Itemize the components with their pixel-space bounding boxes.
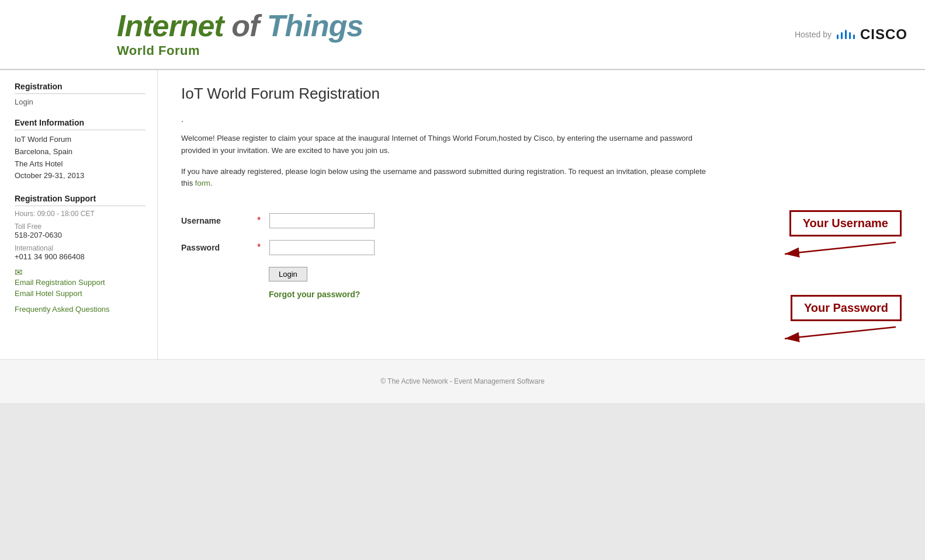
sidebar-registration-title: Registration [15,82,145,94]
logo-internet-text: Internet [117,9,224,43]
username-arrow-svg [773,236,902,260]
sidebar-event-line-1: IoT World Forum [15,134,145,146]
sidebar-email-hotel-link[interactable]: Email Hotel Support [15,289,145,298]
username-annotation: Your Username [715,210,902,260]
cisco-text: CISCO [860,26,907,43]
password-label: Password [181,243,251,252]
annotation-section: Your Username Your Password [715,207,902,345]
forgot-password-link[interactable]: Forgot your password? [269,290,715,299]
sidebar-event-line-2: Barcelona, Spain [15,146,145,158]
password-required-star: * [257,242,261,253]
username-required-star: * [257,215,261,226]
sidebar-login-link[interactable]: Login [15,98,145,106]
logo-title: Internet of Things [117,11,363,41]
svg-line-1 [785,242,896,254]
email-icon: ✉ [15,267,22,278]
sidebar-support-section: Registration Support Hours: 09:00 - 18:0… [15,194,145,314]
logo-area: Internet of Things World Forum [117,11,363,58]
sidebar-toll-free-number: 518-207-0630 [15,231,145,239]
login-button[interactable]: Login [269,267,307,281]
username-row: Username * [181,213,715,228]
sidebar-event-title: Event Information [15,118,145,130]
sidebar-email-reg-link[interactable]: Email Registration Support [15,278,145,287]
already-text-main: If you have already registered, please l… [181,167,706,188]
sidebar-toll-free-label: Toll Free [15,222,145,231]
footer-text: © The Active Network - Event Management … [380,377,545,385]
content-dot: . [181,114,902,124]
password-annotation-label: Your Password [791,295,902,321]
password-arrow-svg [773,321,902,345]
page-title: IoT World Forum Registration [181,85,902,103]
form-link[interactable]: form [195,179,210,187]
sidebar: Registration Login Event Information IoT… [0,70,158,359]
logo-subtitle: World Forum [117,43,363,58]
sidebar-hours: Hours: 09:00 - 18:00 CET [15,210,145,218]
hosted-by-area: Hosted by CISCO [795,26,907,43]
svg-line-3 [785,327,896,339]
cisco-logo: CISCO [836,26,907,43]
form-link-suffix: . [210,179,213,187]
sidebar-intl-label: International [15,244,145,252]
username-annotation-label: Your Username [789,210,902,236]
content-area: IoT World Forum Registration . Welcome! … [158,70,925,359]
already-text: If you have already registered, please l… [181,166,707,190]
sidebar-event-line-3: The Arts Hotel [15,158,145,171]
sidebar-email-section: ✉ Email Registration Support Email Hotel… [15,267,145,298]
sidebar-intl-number: +011 34 900 866408 [15,252,145,261]
sidebar-faq-link[interactable]: Frequently Asked Questions [15,305,145,314]
password-annotation: Your Password [715,295,902,345]
sidebar-support-title: Registration Support [15,194,145,206]
sidebar-event-info: IoT World Forum Barcelona, Spain The Art… [15,134,145,182]
login-form: Username * Password * Login [181,213,715,299]
logo-of-text: of [231,9,259,43]
password-input[interactable] [269,240,375,255]
sidebar-event-section: Event Information IoT World Forum Barcel… [15,118,145,182]
main-layout: Registration Login Event Information IoT… [0,70,925,359]
password-row: Password * [181,240,715,255]
logo-things-text: Things [267,9,363,43]
username-label: Username [181,216,251,225]
username-input[interactable] [269,213,375,228]
header: Internet of Things World Forum Hosted by [0,0,925,70]
footer: © The Active Network - Event Management … [0,359,925,403]
welcome-text: Welcome! Please register to claim your s… [181,133,707,157]
login-button-row: Login [181,267,715,287]
sidebar-registration-section: Registration Login [15,82,145,106]
hosted-by-label: Hosted by [795,30,832,39]
form-section: Username * Password * Login [181,207,715,299]
form-annotation-wrapper: Username * Password * Login [181,207,902,345]
sidebar-event-line-4: October 29-31, 2013 [15,170,145,182]
